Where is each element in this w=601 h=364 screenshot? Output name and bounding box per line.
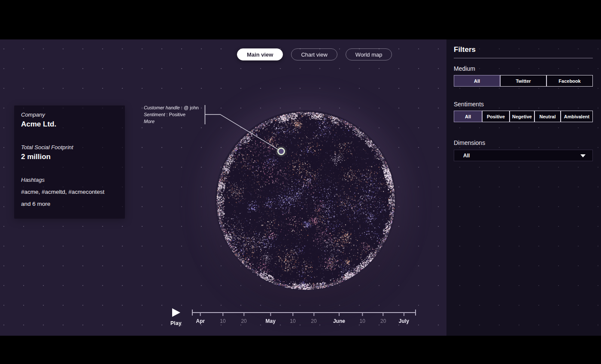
customer-handle-label: Customer handle xyxy=(144,105,180,110)
timeline-tick-20[interactable]: 20 xyxy=(380,312,386,324)
timeline-tick-10[interactable]: 10 xyxy=(290,312,295,324)
dimensions-selected-value: All xyxy=(463,153,470,159)
filters-sidebar: Filters Medium All Twitter Facebook Sent… xyxy=(446,39,601,336)
tab-world-map[interactable]: World map xyxy=(346,48,392,60)
main-stage: Main view Chart view World map Company A… xyxy=(0,39,601,336)
medium-label: Medium xyxy=(454,65,593,72)
sentiment-value: : Positive xyxy=(167,112,186,117)
sentiment-positive-button[interactable]: Positive xyxy=(482,111,510,122)
play-label: Play xyxy=(166,320,186,326)
play-icon xyxy=(172,308,180,317)
social-footprint-sphere[interactable] xyxy=(211,106,400,295)
tooltip-more-link[interactable]: More xyxy=(144,118,199,125)
timeline-tick-10[interactable]: 10 xyxy=(360,312,365,324)
tooltip-customer-line: Customer handle : @ john xyxy=(144,104,199,111)
dimensions-label: Dimensions xyxy=(454,139,593,146)
timeline-tick-apr[interactable]: Apr xyxy=(196,312,205,324)
tab-chart-view[interactable]: Chart view xyxy=(291,48,337,60)
timeline-slider[interactable]: Apr1020May1020June1020July xyxy=(192,312,416,330)
timeline-tick-may[interactable]: May xyxy=(266,312,276,324)
sentiments-label: Sentiments xyxy=(454,101,593,108)
data-point-tooltip: Customer handle : @ john Sentiment : Pos… xyxy=(144,104,199,125)
timeline-end-cap xyxy=(415,310,416,316)
timeline-start-cap xyxy=(192,310,193,316)
highlighted-data-point[interactable] xyxy=(278,148,285,155)
sentiment-ambivalent-button[interactable]: Ambivalent xyxy=(561,111,593,122)
sentiments-filter-group: All Positive Negetive Neutral Ambivalent xyxy=(454,111,593,122)
chevron-down-icon xyxy=(580,154,586,157)
customer-handle-value: : @ john xyxy=(181,105,199,110)
hashtags-more[interactable]: and 6 more xyxy=(21,201,118,207)
tab-main-view[interactable]: Main view xyxy=(237,48,283,60)
timeline-tick-20[interactable]: 20 xyxy=(241,312,246,324)
footprint-value: 2 million xyxy=(21,153,118,161)
tooltip-sentiment-line: Sentiment : Positive xyxy=(144,111,199,118)
play-button[interactable]: Play xyxy=(166,308,186,326)
filters-title: Filters xyxy=(454,45,593,58)
sentiment-neutral-button[interactable]: Neutral xyxy=(534,111,561,122)
timeline-tick-20[interactable]: 20 xyxy=(311,312,316,324)
sentiment-label: Sentiment xyxy=(144,112,165,117)
company-label: Company xyxy=(21,111,118,118)
medium-all-button[interactable]: All xyxy=(454,75,500,87)
sentiment-all-button[interactable]: All xyxy=(454,111,482,122)
footprint-label: Total Social Footprint xyxy=(21,144,118,150)
hashtags-label: Hashtags xyxy=(21,177,118,183)
view-tabs: Main view Chart view World map xyxy=(237,48,392,60)
medium-filter-group: All Twitter Facebook xyxy=(454,75,593,87)
hashtags-list: #acme, #acmeltd, #acmecontest xyxy=(21,189,118,195)
timeline-tick-june[interactable]: June xyxy=(333,312,345,324)
dimensions-dropdown[interactable]: All xyxy=(454,150,593,161)
timeline-tick-10[interactable]: 10 xyxy=(220,312,225,324)
company-info-panel: Company Acme Ltd. Total Social Footprint… xyxy=(14,105,125,219)
medium-twitter-button[interactable]: Twitter xyxy=(500,75,546,87)
company-name: Acme Ltd. xyxy=(21,120,118,129)
medium-facebook-button[interactable]: Facebook xyxy=(546,75,593,87)
timeline-tick-july[interactable]: July xyxy=(399,312,409,324)
sentiment-negative-button[interactable]: Negetive xyxy=(510,111,534,122)
